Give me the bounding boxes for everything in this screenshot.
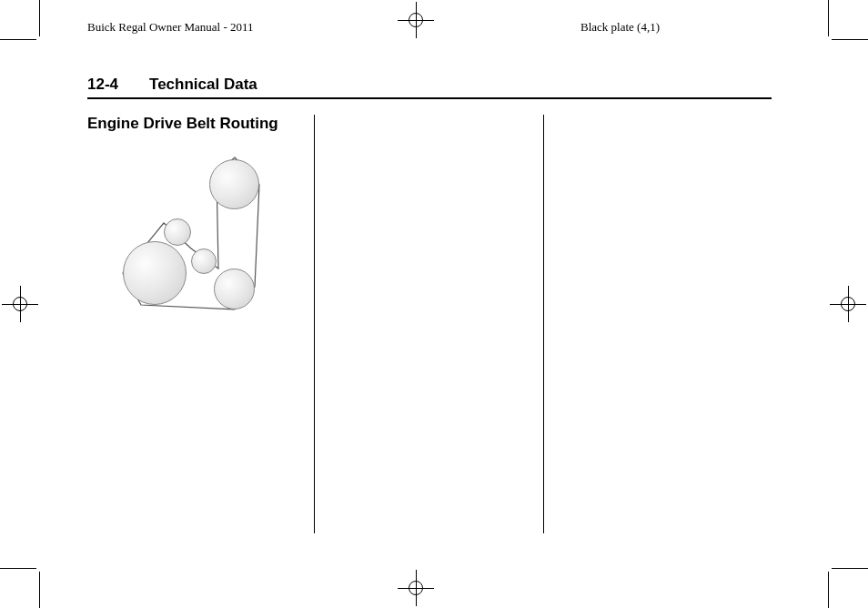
running-header-left: Buick Regal Owner Manual - 2011 bbox=[87, 20, 254, 35]
subheading: Engine Drive Belt Routing bbox=[87, 115, 278, 133]
registration-mark-icon bbox=[2, 286, 38, 322]
crop-mark bbox=[828, 0, 829, 36]
column-divider bbox=[543, 115, 544, 533]
crop-mark bbox=[0, 568, 36, 569]
column-divider bbox=[314, 115, 315, 533]
registration-mark-icon bbox=[830, 286, 866, 322]
section-title: Technical Data bbox=[149, 76, 257, 94]
registration-mark-icon bbox=[398, 570, 434, 606]
pulley-icon bbox=[191, 248, 217, 274]
crop-mark bbox=[39, 0, 40, 36]
section-header-rule bbox=[87, 97, 772, 99]
registration-mark-icon bbox=[398, 2, 434, 38]
running-header-right: Black plate (4,1) bbox=[580, 20, 660, 35]
crop-mark bbox=[0, 39, 36, 40]
crop-mark bbox=[828, 572, 829, 608]
pulley-icon bbox=[209, 159, 259, 209]
pulley-icon bbox=[214, 269, 255, 309]
crop-mark bbox=[39, 572, 40, 608]
page-code: 12-4 bbox=[87, 76, 118, 94]
pulley-icon bbox=[123, 241, 187, 305]
drive-belt-diagram bbox=[118, 150, 291, 323]
crop-mark bbox=[832, 568, 868, 569]
crop-mark bbox=[832, 39, 868, 40]
pulley-icon bbox=[164, 218, 191, 246]
section-header: 12-4 Technical Data bbox=[87, 76, 772, 99]
page-root: Buick Regal Owner Manual - 2011 Black pl… bbox=[0, 0, 868, 608]
